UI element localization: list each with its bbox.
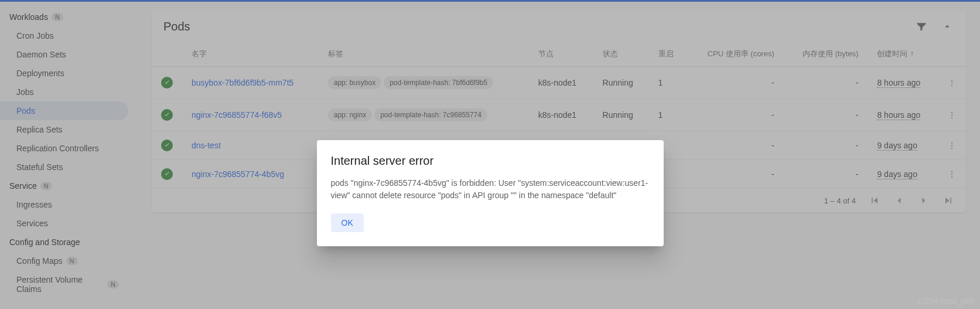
ok-button[interactable]: OK — [331, 213, 364, 232]
watermark: CSDN @zsk_john — [917, 297, 974, 305]
error-dialog: Internal server error pods "nginx-7c9685… — [317, 140, 664, 246]
dialog-message: pods "nginx-7c96855774-4b5vg" is forbidd… — [331, 177, 650, 202]
dialog-title: Internal server error — [331, 154, 650, 168]
